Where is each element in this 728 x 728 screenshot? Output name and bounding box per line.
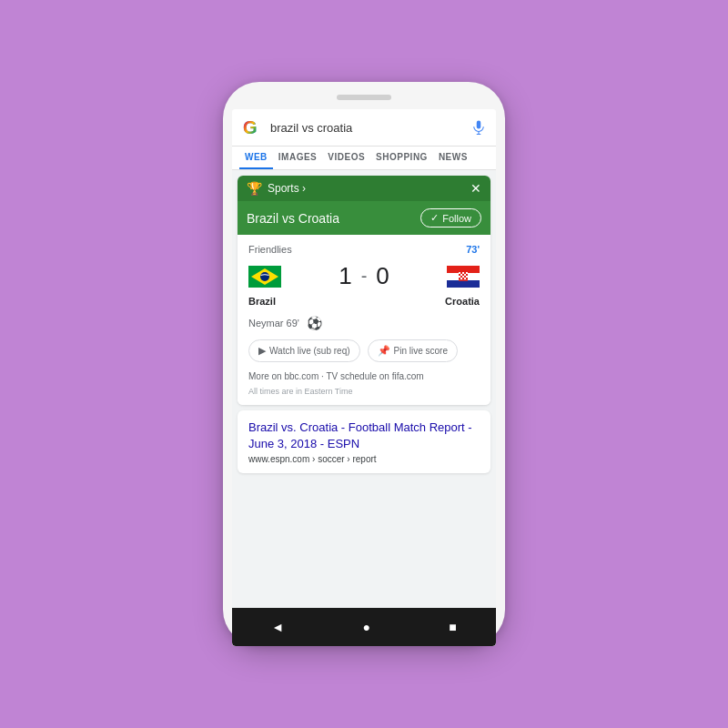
svg-rect-18 [460,274,462,276]
svg-rect-27 [459,278,460,279]
play-icon: ▶ [258,345,266,357]
svg-rect-17 [459,274,460,276]
tab-web[interactable]: WEB [239,147,273,169]
svg-rect-22 [459,276,460,278]
sports-header-left: 🏆 Sports › [247,181,306,196]
back-button[interactable]: ◄ [271,620,284,634]
result-url: www.espn.com › soccer › report [248,454,480,464]
svg-rect-20 [464,274,466,276]
scorer-row: Neymar 69' ⚽ [248,316,480,330]
score-center: 1 - 0 [281,262,447,290]
svg-rect-12 [459,272,460,274]
svg-rect-24 [462,276,464,278]
league-name: Friendlies [248,244,292,255]
score-dash: - [361,266,368,287]
league-row: Friendlies 73' [248,244,480,255]
result-title[interactable]: Brazil vs. Croatia - Football Match Repo… [248,420,480,452]
svg-rect-15 [464,272,466,274]
pin-score-button[interactable]: 📌 Pin live score [368,339,458,362]
svg-rect-25 [464,276,466,278]
pin-label: Pin live score [394,346,448,356]
timezone-note: All times are in Eastern Time [248,387,480,396]
team-away-name: Croatia [445,296,480,307]
more-links-text: More on bbc.com · TV schedule on fifa.co… [248,371,424,381]
sports-subheader: Brazil vs Croatia ✓ Follow [238,201,490,235]
google-logo: G G [241,116,263,138]
score-away: 0 [376,262,389,290]
svg-text:G: G [243,117,258,137]
tab-news[interactable]: NEWS [433,147,473,169]
svg-rect-16 [466,272,468,274]
nav-tabs: WEB IMAGES VIDEOS SHOPPING NEWS [232,147,496,170]
svg-rect-14 [462,272,464,274]
brazil-flag [248,266,281,288]
bottom-nav: ◄ ● ■ [232,608,496,646]
trophy-icon: 🏆 [247,181,262,196]
phone-frame: G G brazil vs croatia [223,82,505,646]
svg-point-7 [260,272,269,281]
pin-icon: 📌 [378,345,390,357]
svg-rect-28 [460,278,462,279]
more-links: More on bbc.com · TV schedule on fifa.co… [248,371,480,381]
team-home-name: Brazil [248,296,276,307]
search-bar: G G brazil vs croatia [232,109,496,147]
search-input[interactable]: brazil vs croatia [270,121,470,135]
svg-rect-31 [466,278,468,279]
svg-rect-21 [466,274,468,276]
phone-speaker [337,95,391,100]
svg-rect-2 [477,121,481,129]
phone-screen: G G brazil vs croatia [232,109,496,646]
svg-rect-29 [462,278,464,279]
svg-rect-19 [462,274,464,276]
follow-button[interactable]: ✓ Follow [420,208,481,228]
scorer-text: Neymar 69' [248,318,299,329]
match-title: Brazil vs Croatia [247,211,339,226]
sports-label[interactable]: Sports › [268,182,306,195]
team-names-row: Brazil Croatia [248,296,480,307]
action-buttons: ▶ Watch live (sub req) 📌 Pin live score [248,339,480,362]
search-result[interactable]: Brazil vs. Croatia - Football Match Repo… [238,410,490,473]
svg-rect-10 [447,280,480,288]
match-body: Friendlies 73' 1 - [238,235,490,405]
svg-rect-26 [466,276,468,278]
croatia-flag [447,266,480,288]
follow-check-icon: ✓ [430,212,439,224]
watch-live-label: Watch live (sub req) [269,346,350,356]
recents-button[interactable]: ■ [449,620,456,634]
score-row: 1 - 0 [248,262,480,290]
sports-card-header: 🏆 Sports › ✕ [238,176,490,201]
soccer-ball-icon: ⚽ [307,316,322,330]
close-icon[interactable]: ✕ [470,181,481,196]
sports-card: 🏆 Sports › ✕ Brazil vs Croatia ✓ Follow [238,176,490,405]
score-home: 1 [339,262,351,290]
tab-images[interactable]: IMAGES [273,147,322,169]
tab-videos[interactable]: VIDEOS [322,147,370,169]
svg-rect-13 [460,272,462,274]
svg-rect-23 [460,276,462,278]
mic-icon[interactable] [470,119,487,136]
home-button[interactable]: ● [362,620,369,634]
svg-rect-8 [447,266,480,273]
tab-shopping[interactable]: SHOPPING [370,147,433,169]
svg-rect-30 [464,278,466,279]
match-time: 73' [466,244,480,255]
follow-label: Follow [442,213,471,224]
content-area: 🏆 Sports › ✕ Brazil vs Croatia ✓ Follow [232,170,496,608]
watch-live-button[interactable]: ▶ Watch live (sub req) [248,339,360,362]
